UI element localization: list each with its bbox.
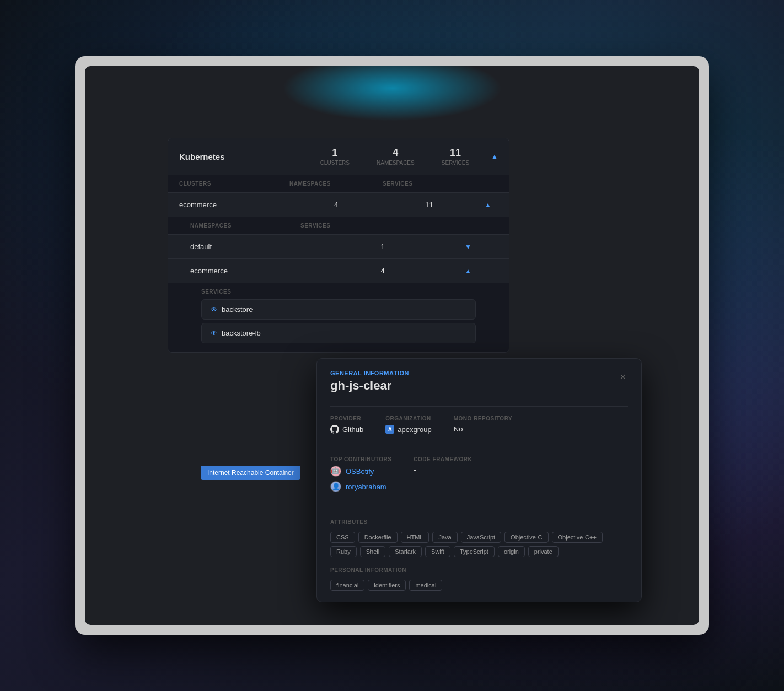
contributors-list: 🤖 OSBotify 👤 roryabraham [330, 466, 391, 496]
internet-reachable-tooltip: Internet Reachable Container [201, 466, 300, 480]
ns-chevron-up-icon[interactable]: ▲ [465, 267, 487, 275]
services-stat: 11 Services [428, 147, 482, 166]
avatar-osbotify: 🤖 [330, 466, 341, 477]
screen-glow [282, 66, 502, 121]
attribute-tag[interactable]: Starlark [389, 546, 422, 557]
ns-services-default: 1 [300, 242, 465, 251]
personal-tag[interactable]: identifiers [368, 580, 406, 591]
attribute-tag[interactable]: Ruby [330, 546, 357, 557]
ns-chevron-down-icon[interactable]: ▼ [465, 243, 487, 251]
avatar-roryabraham: 👤 [330, 481, 341, 492]
personal-tag[interactable]: financial [330, 580, 364, 591]
attribute-tag[interactable]: TypeScript [454, 546, 495, 557]
service-backstore[interactable]: 👁 backstore [201, 299, 476, 320]
ns-services-ecommerce: 4 [300, 267, 465, 275]
ns-row-default[interactable]: default 1 ▼ [168, 234, 509, 258]
service-name-backstore: backstore [222, 305, 253, 314]
modal-row-2: TOP CONTRIBUTORS 🤖 OSBotify 👤 roryabraha… [330, 456, 628, 496]
modal-close-button[interactable]: × [617, 370, 628, 384]
cluster-chevron-up-icon[interactable]: ▲ [485, 201, 498, 209]
attribute-tag[interactable]: Objective-C++ [552, 532, 603, 543]
contributor-roryabraham[interactable]: 👤 roryabraham [330, 481, 391, 492]
provider-value: Github [330, 425, 363, 434]
ns-header-row: NAMESPACES SERVICES [168, 217, 509, 234]
modal-title: gh-js-clear [330, 379, 409, 393]
attributes-field: ATTRIBUTES CSSDockerfileHTMLJavaJavaScri… [330, 519, 628, 557]
attribute-tag[interactable]: CSS [330, 532, 355, 543]
organization-value: A apexgroup [385, 425, 431, 434]
contributor-name-osbotify: OSBotify [346, 467, 374, 476]
provider-name: Github [342, 425, 363, 434]
kubernetes-header: Kubernetes 1 Clusters 4 Namespaces 11 Se… [168, 138, 509, 175]
general-info-modal: General Information gh-js-clear × PROVID… [316, 358, 642, 602]
modal-body: PROVIDER Github ORGANIZATION A apexgro [317, 393, 641, 602]
attribute-tag[interactable]: HTML [401, 532, 429, 543]
clusters-label: Clusters [320, 160, 350, 166]
cluster-namespaces: 4 [289, 201, 383, 209]
kubernetes-panel: Kubernetes 1 Clusters 4 Namespaces 11 Se… [168, 138, 509, 353]
contributor-name-roryabraham: roryabraham [346, 483, 386, 491]
ns-row-ecommerce[interactable]: ecommerce 4 ▲ [168, 258, 509, 283]
services-section: SERVICES 👁 backstore 👁 backstore-lb [168, 283, 509, 352]
screen-inner: Kubernetes 1 Clusters 4 Namespaces 11 Se… [85, 66, 699, 625]
ns-name-default: default [190, 242, 300, 251]
mono-repo-value: No [454, 425, 512, 433]
github-icon [330, 425, 339, 434]
service-backstore-lb[interactable]: 👁 backstore-lb [201, 323, 476, 343]
services-label: Services [442, 160, 469, 166]
modal-title-block: General Information gh-js-clear [330, 370, 409, 393]
namespaces-count: 4 [393, 147, 398, 159]
clusters-count: 1 [332, 147, 337, 159]
attribute-tag[interactable]: Objective-C [504, 532, 548, 543]
code-framework-value: - [414, 466, 472, 474]
table-header-row: CLUSTERS NAMESPACES SERVICES [168, 175, 509, 192]
code-framework-field: CODE FRAMEWORK - [414, 456, 472, 496]
attribute-tag[interactable]: Swift [425, 546, 450, 557]
eye-icon-2: 👁 [211, 330, 217, 337]
cluster-row-ecommerce[interactable]: ecommerce 4 11 ▲ [168, 192, 509, 217]
attribute-tag[interactable]: Shell [360, 546, 385, 557]
services-header: SERVICES [201, 289, 476, 295]
personal-info-label: PERSONAL INFORMATION [330, 567, 628, 573]
organization-field: ORGANIZATION A apexgroup [385, 415, 431, 434]
personal-info-field: PERSONAL INFORMATION financialidentifier… [330, 567, 628, 591]
screen-wrapper: Kubernetes 1 Clusters 4 Namespaces 11 Se… [75, 56, 709, 635]
services-count: 11 [450, 147, 461, 159]
cluster-name: ecommerce [179, 201, 289, 209]
attribute-tag[interactable]: Java [432, 532, 457, 543]
col-clusters: CLUSTERS [179, 181, 289, 187]
attribute-tag[interactable]: JavaScript [461, 532, 501, 543]
provider-field: PROVIDER Github [330, 415, 363, 434]
attribute-tag[interactable]: origin [498, 546, 525, 557]
ns-col-namespaces: NAMESPACES [190, 223, 300, 229]
divider-1 [330, 406, 628, 407]
mono-repo-field: MONO REPOSITORY No [454, 415, 512, 434]
attributes-tags: CSSDockerfileHTMLJavaJavaScriptObjective… [330, 532, 628, 557]
attribute-tag[interactable]: Dockerfile [358, 532, 398, 543]
clusters-stat: 1 Clusters [307, 147, 363, 166]
ns-col-services: SERVICES [300, 223, 465, 229]
divider-3 [330, 510, 628, 510]
contributor-osbotify[interactable]: 🤖 OSBotify [330, 466, 391, 477]
attribute-tag[interactable]: private [528, 546, 559, 557]
service-name-backstore-lb: backstore-lb [222, 329, 261, 337]
modal-header: General Information gh-js-clear × [317, 359, 641, 393]
attributes-label: ATTRIBUTES [330, 519, 628, 525]
organization-label: ORGANIZATION [385, 415, 431, 422]
contributors-field: TOP CONTRIBUTORS 🤖 OSBotify 👤 roryabraha… [330, 456, 391, 496]
namespaces-stat: 4 Namespaces [363, 147, 428, 166]
cluster-services: 11 [383, 201, 476, 209]
personal-info-tags: financialidentifiersmedical [330, 580, 628, 591]
modal-row-1: PROVIDER Github ORGANIZATION A apexgro [330, 415, 628, 434]
ns-name-ecommerce: ecommerce [190, 267, 300, 275]
kubernetes-title: Kubernetes [179, 152, 307, 161]
eye-icon: 👁 [211, 306, 217, 314]
header-chevron-up-icon[interactable]: ▲ [491, 153, 498, 160]
contributors-label: TOP CONTRIBUTORS [330, 456, 391, 462]
namespaces-label: Namespaces [377, 160, 415, 166]
org-icon: A [385, 425, 394, 434]
org-name: apexgroup [398, 425, 431, 434]
kubernetes-stats: 1 Clusters 4 Namespaces 11 Services [307, 147, 482, 166]
divider-2 [330, 447, 628, 447]
personal-tag[interactable]: medical [409, 580, 442, 591]
